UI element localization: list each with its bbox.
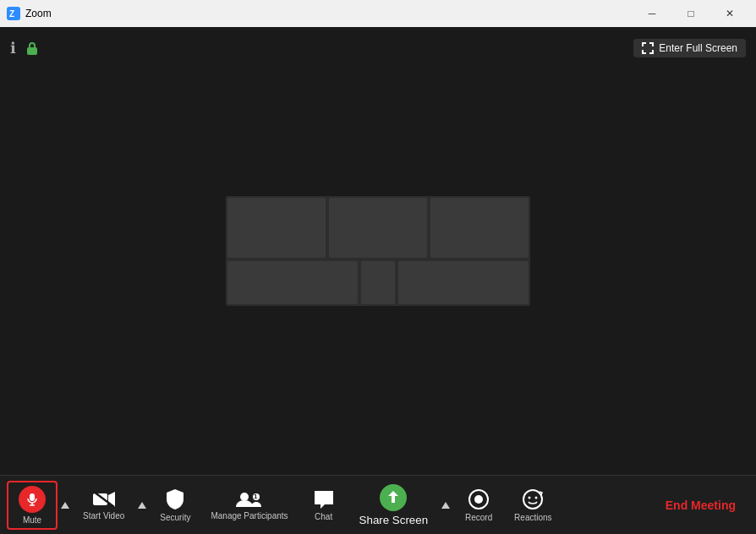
video-cell-5 — [361, 261, 395, 304]
start-video-button[interactable]: Start Video — [73, 485, 134, 526]
share-screen-label: Share Screen — [359, 514, 429, 526]
record-button[interactable]: Record — [453, 483, 504, 527]
app-title: Zoom — [25, 8, 52, 19]
svg-rect-2 — [27, 47, 37, 55]
zoom-logo-icon: Z — [7, 7, 20, 20]
security-button[interactable]: Security — [150, 483, 200, 527]
main-content — [0, 27, 756, 475]
chevron-up-icon-3 — [441, 502, 450, 509]
minimize-button[interactable]: ─ — [633, 0, 671, 27]
mute-icon — [19, 486, 46, 513]
share-screen-button[interactable]: Share Screen — [349, 479, 439, 531]
video-grid — [226, 196, 530, 306]
svg-point-14 — [523, 490, 542, 509]
toolbar-items: Mute Start Video — [7, 479, 652, 531]
title-bar-left: Z Zoom — [7, 7, 52, 20]
manage-participants-button[interactable]: 1 Manage Participants — [200, 485, 298, 526]
participants-icon: 1 — [236, 490, 263, 509]
video-cell-2 — [329, 198, 427, 258]
toolbar: Mute Start Video — [0, 475, 756, 534]
video-bottom-row — [226, 259, 530, 306]
end-meeting-button[interactable]: End Meeting — [652, 499, 749, 512]
start-video-label: Start Video — [83, 511, 124, 520]
window-controls: ─ □ ✕ — [633, 0, 749, 27]
reactions-label: Reactions — [514, 513, 551, 522]
share-screen-icon — [380, 484, 407, 511]
maximize-button[interactable]: □ — [671, 0, 710, 27]
chat-icon — [313, 489, 335, 509]
svg-rect-3 — [30, 493, 35, 501]
svg-text:1: 1 — [254, 493, 258, 500]
fullscreen-label: Enter Full Screen — [659, 42, 737, 54]
security-label: Security — [160, 513, 190, 522]
close-button[interactable]: ✕ — [710, 0, 749, 27]
video-off-icon — [92, 490, 116, 509]
top-left-icons: ℹ — [10, 39, 40, 57]
video-cell-3 — [430, 198, 529, 258]
fullscreen-button[interactable]: Enter Full Screen — [633, 39, 746, 57]
svg-point-15 — [529, 496, 531, 499]
svg-point-13 — [474, 495, 483, 504]
video-top-row — [226, 196, 530, 259]
manage-participants-label: Manage Participants — [211, 511, 288, 520]
security-lock-icon — [25, 41, 40, 56]
video-cell-4 — [227, 261, 358, 304]
video-area — [226, 196, 530, 306]
chat-label: Chat — [315, 512, 332, 521]
reactions-button[interactable]: Reactions — [504, 483, 562, 527]
video-cell-1 — [227, 198, 326, 258]
info-icon[interactable]: ℹ — [10, 39, 16, 57]
reactions-icon — [522, 488, 544, 510]
svg-text:Z: Z — [9, 9, 14, 19]
mute-label: Mute — [23, 515, 41, 525]
top-right-controls: Enter Full Screen — [633, 39, 746, 57]
fullscreen-icon — [642, 42, 654, 54]
record-icon — [468, 488, 490, 510]
svg-point-16 — [535, 496, 538, 499]
record-label: Record — [465, 513, 492, 522]
share-chevron-button[interactable] — [438, 502, 453, 509]
title-bar: Z Zoom ─ □ ✕ — [0, 0, 756, 27]
chat-button[interactable]: Chat — [299, 484, 349, 526]
mute-chevron-button[interactable] — [58, 502, 73, 509]
chevron-up-icon — [61, 502, 69, 509]
top-overlay: ℹ Enter Full Screen — [0, 32, 756, 64]
video-cell-6 — [398, 261, 529, 304]
chevron-up-icon-2 — [138, 502, 146, 509]
video-chevron-button[interactable] — [134, 502, 150, 509]
shield-icon — [165, 488, 185, 510]
svg-point-9 — [240, 493, 249, 501]
mute-button[interactable]: Mute — [7, 481, 58, 530]
